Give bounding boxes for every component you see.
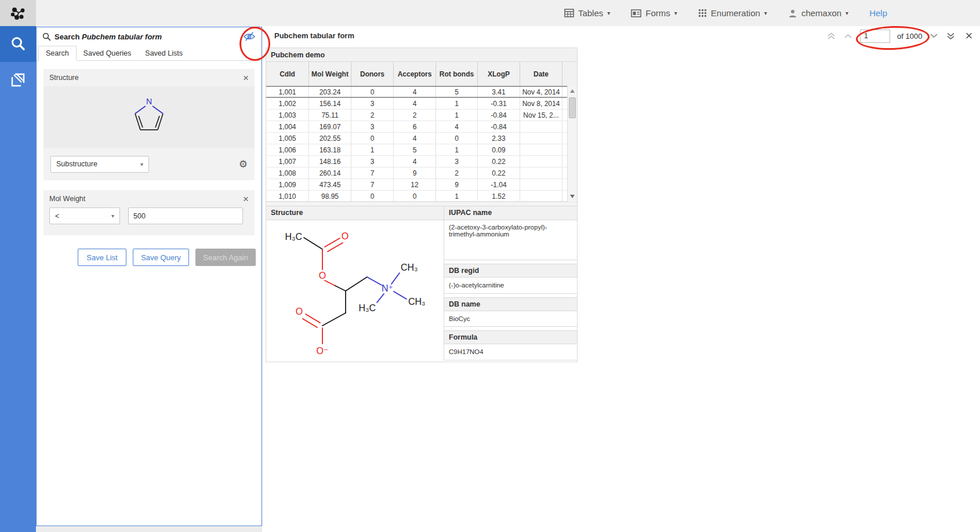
horizontal-scrollbar[interactable] — [266, 202, 577, 206]
table-cell: 2 — [436, 167, 478, 178]
table-row[interactable]: 1,01098.950011.52 — [266, 191, 577, 202]
table-row[interactable]: 1,008260.147920.22 — [266, 167, 577, 179]
scrollbar-thumb[interactable] — [569, 97, 576, 118]
table-cell: 3.41 — [478, 87, 520, 97]
field-value-formula: C9H17NO4 — [444, 344, 577, 360]
search-panel-title: Search Pubchem tabular form — [55, 32, 162, 41]
table-row[interactable]: 1,006163.181510.09 — [266, 144, 577, 156]
table-cell — [520, 133, 562, 144]
close-icon[interactable]: × — [243, 73, 249, 83]
table-cell: 1,001 — [266, 87, 309, 97]
table-cell: 202.55 — [309, 133, 351, 144]
table-cell: 4 — [394, 87, 436, 97]
chevron-down-icon: ▾ — [674, 10, 677, 16]
tab-saved-queries[interactable]: Saved Queries — [77, 46, 139, 60]
table-cell: 0 — [351, 191, 394, 202]
close-icon[interactable]: × — [243, 194, 249, 204]
menu-tables[interactable]: Tables ▾ — [564, 8, 610, 18]
table-cell: 1,007 — [266, 156, 309, 167]
first-record-icon[interactable] — [826, 32, 836, 41]
search-icon — [42, 32, 51, 41]
search-again-button[interactable]: Search Again — [195, 249, 256, 266]
column-header[interactable]: CdId — [266, 62, 309, 86]
search-type-select[interactable]: Substructure ▾ — [50, 156, 149, 173]
table-cell: 0.22 — [478, 156, 520, 167]
atom-label-n-plus: N⁺ — [382, 283, 393, 293]
table-cell: 4 — [394, 156, 436, 167]
previous-record-icon[interactable] — [843, 33, 853, 39]
record-number-input[interactable] — [860, 30, 890, 43]
top-nav: Tables ▾ Forms ▾ Enumeration ▾ — [564, 0, 887, 26]
atom-label-o-left: O — [296, 307, 303, 316]
field-value-db-regid: (-)o-acetylcarnitine — [444, 278, 577, 294]
table-row[interactable]: 1,009473.457129-1.04 — [266, 179, 577, 191]
scroll-down-icon[interactable] — [570, 195, 575, 198]
close-form-button[interactable]: × — [965, 30, 972, 42]
column-header[interactable]: Mol Weight — [309, 62, 351, 86]
next-record-icon[interactable] — [929, 33, 939, 39]
table-cell: 148.16 — [309, 156, 351, 167]
menu-enumeration[interactable]: Enumeration ▾ — [698, 8, 767, 18]
column-header[interactable]: Rot bonds — [436, 62, 478, 86]
table-cell: 4 — [394, 133, 436, 144]
table-cell: -0.84 — [478, 110, 520, 121]
molweight-row: < ▾ — [43, 207, 255, 224]
molweight-widget-title: Mol Weight — [49, 195, 85, 203]
operator-select[interactable]: < ▾ — [49, 207, 120, 224]
save-query-button[interactable]: Save Query — [133, 249, 189, 266]
table-cell: 1,010 — [266, 191, 309, 202]
table-cell: 75.11 — [309, 110, 351, 121]
column-header[interactable]: Date — [520, 62, 562, 86]
table-cell: 1,009 — [266, 179, 309, 190]
field-label-formula: Formula — [444, 330, 577, 344]
table-cell: 1 — [436, 144, 478, 155]
column-header[interactable]: XLogP — [478, 62, 520, 86]
tab-search[interactable]: Search — [38, 46, 77, 61]
table-row[interactable]: 1,007148.163430.22 — [266, 156, 577, 167]
field-value-iupac: (2-acetoxy-3-carboxylato-propyl)-trimeth… — [444, 220, 577, 260]
save-list-button[interactable]: Save List — [78, 249, 126, 266]
table-row[interactable]: 1,002156.14341-0.31Nov 8, 2014 — [266, 98, 577, 110]
table-cell: 4 — [436, 121, 478, 132]
table-cell: 1 — [436, 191, 478, 202]
table-row[interactable]: 1,004169.07364-0.84 — [266, 121, 577, 133]
menu-user[interactable]: chemaxon ▾ — [788, 8, 848, 18]
column-header[interactable]: Acceptors — [394, 62, 436, 86]
table-cell: 7 — [351, 167, 394, 178]
molweight-value-input[interactable] — [128, 207, 243, 224]
atom-label-ch3-right: CH₃ — [408, 297, 426, 307]
table-row[interactable]: 1,00375.11221-0.84Nov 15, 2... — [266, 110, 577, 121]
hide-panel-button[interactable] — [243, 31, 256, 44]
atom-label-ch3-top: CH₃ — [401, 263, 418, 272]
structure-field-label: Structure — [266, 206, 444, 220]
sidebar-item-search[interactable] — [0, 26, 36, 62]
query-structure-canvas[interactable]: N — [43, 86, 255, 148]
menu-label: Tables — [578, 8, 603, 18]
search-panel-buttons: Save List Save Query Search Again — [43, 249, 256, 266]
chevron-down-icon: ▾ — [140, 161, 143, 167]
structure-widget-title: Structure — [49, 74, 79, 82]
vertical-scrollbar[interactable] — [567, 86, 577, 202]
gear-icon[interactable]: ⚙ — [239, 158, 248, 170]
menu-forms[interactable]: Forms ▾ — [631, 8, 677, 18]
table-cell — [520, 144, 562, 155]
scroll-up-icon[interactable] — [570, 89, 575, 93]
sidebar-item-forms[interactable] — [0, 62, 36, 98]
atom-label-o-carbonyl: O — [342, 231, 349, 241]
table-cell: 1,005 — [266, 133, 309, 144]
chevron-down-icon: ▾ — [607, 10, 610, 16]
record-structure-canvas[interactable]: H₃C O O N⁺ CH₃ CH₃ H₃C O O⁻ — [266, 220, 444, 360]
tab-saved-lists[interactable]: Saved Lists — [138, 46, 190, 60]
table-row[interactable]: 1,005202.550402.33 — [266, 133, 577, 144]
table-cell: 2 — [351, 110, 394, 121]
help-link[interactable]: Help — [869, 8, 887, 18]
column-header[interactable]: Donors — [351, 62, 394, 86]
last-record-icon[interactable] — [946, 32, 956, 41]
table-cell: 203.24 — [309, 87, 351, 97]
table-cell — [520, 191, 562, 202]
table-row[interactable]: 1,001203.240453.41Nov 4, 2014 — [266, 86, 577, 98]
chemaxon-logo[interactable] — [0, 0, 36, 26]
chevron-down-icon: ▾ — [764, 10, 767, 16]
table-cell: 2.33 — [478, 133, 520, 144]
table-cell: 260.14 — [309, 167, 351, 178]
